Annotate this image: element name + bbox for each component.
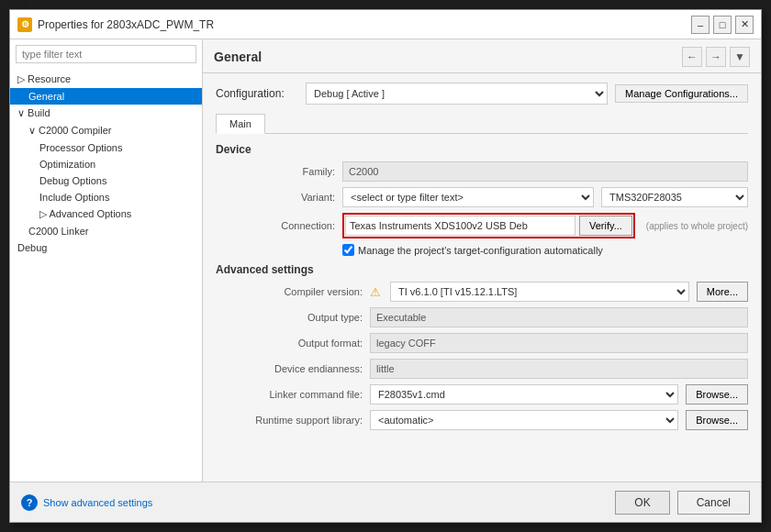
tab-main[interactable]: Main <box>216 114 265 134</box>
compiler-version-row: Compiler version: ⚠ TI v6.1.0 [TI v15.12… <box>216 282 748 302</box>
runtime-lib-row: Runtime support library: <automatic> Bro… <box>216 410 748 430</box>
tree-item-optimization[interactable]: Optimization <box>10 156 202 172</box>
tree-item-resource-label: ▷ Resource <box>17 73 71 85</box>
linker-cmd-label: Linker command file: <box>216 389 363 400</box>
warning-icon: ⚠ <box>370 285 381 299</box>
tree-item-optimization-label: Optimization <box>39 159 95 170</box>
output-format-label: Output format: <box>216 338 363 349</box>
dialog-title: Properties for 2803xADC_PWM_TR <box>38 18 214 31</box>
auto-manage-checkbox[interactable] <box>342 244 354 256</box>
left-panel: ▷ Resource General ∨ Build ∨ C2000 Compi… <box>10 39 203 482</box>
verify-button[interactable]: Verify... <box>579 216 632 236</box>
show-advanced-settings-link[interactable]: ? Show advanced settings <box>21 494 152 511</box>
tree-item-processor-options-label: Processor Options <box>39 142 122 153</box>
filter-input[interactable] <box>16 45 196 63</box>
title-bar: ⚙ Properties for 2803xADC_PWM_TR – □ ✕ <box>10 10 761 39</box>
family-value: C2000 <box>342 161 748 182</box>
tree-item-debug[interactable]: Debug <box>10 239 202 256</box>
output-format-value: legacy COFF <box>370 333 748 353</box>
output-type-value: Executable <box>370 307 748 327</box>
tree-item-build[interactable]: ∨ Build <box>10 105 202 122</box>
connection-input[interactable] <box>345 216 575 236</box>
manage-configurations-button[interactable]: Manage Configurations... <box>615 84 748 103</box>
nav-forward-button[interactable]: → <box>706 47 726 67</box>
linker-cmd-select[interactable]: F28035v1.cmd <box>370 384 678 405</box>
tree-item-build-label: ∨ Build <box>17 107 50 119</box>
device-endianness-label: Device endianness: <box>216 363 363 374</box>
advanced-settings-label: Advanced settings <box>216 263 748 276</box>
family-label: Family: <box>216 166 335 177</box>
right-content: Configuration: Debug [ Active ] Manage C… <box>203 73 761 482</box>
tree: ▷ Resource General ∨ Build ∨ C2000 Compi… <box>10 69 202 482</box>
linker-cmd-row: Linker command file: F28035v1.cmd Browse… <box>216 384 748 405</box>
tree-item-c2000-linker-label: C2000 Linker <box>28 226 88 237</box>
runtime-lib-select[interactable]: <automatic> <box>370 410 678 430</box>
connection-label: Connection: <box>216 220 335 231</box>
bottom-bar: ? Show advanced settings OK Cancel <box>10 482 761 522</box>
title-bar-left: ⚙ Properties for 2803xADC_PWM_TR <box>17 17 214 32</box>
tree-item-debug-options-label: Debug Options <box>39 175 106 186</box>
tree-item-c2000-linker[interactable]: C2000 Linker <box>10 223 202 239</box>
cancel-button[interactable]: Cancel <box>677 491 750 515</box>
output-type-label: Output type: <box>216 312 363 323</box>
variant-label: Variant: <box>216 192 335 203</box>
tree-item-c2000-compiler-label: ∨ C2000 Compiler <box>28 125 112 137</box>
variant-value-select[interactable]: TMS320F28035 <box>601 187 748 207</box>
device-endianness-row: Device endianness: little <box>216 359 748 379</box>
device-endianness-value: little <box>370 359 748 379</box>
auto-manage-row: Manage the project's target-configuratio… <box>342 244 748 256</box>
minimize-button[interactable]: – <box>691 16 710 34</box>
applies-note: (applies to whole project) <box>646 221 748 231</box>
maximize-button[interactable]: □ <box>713 16 732 34</box>
close-button[interactable]: ✕ <box>735 16 754 34</box>
config-select[interactable]: Debug [ Active ] <box>306 83 608 105</box>
runtime-lib-label: Runtime support library: <box>216 415 363 426</box>
help-icon: ? <box>21 494 38 511</box>
tree-item-c2000-compiler[interactable]: ∨ C2000 Compiler <box>10 122 202 139</box>
tree-item-advanced-options-label: ▷ Advanced Options <box>39 208 131 220</box>
title-buttons: – □ ✕ <box>691 16 754 34</box>
tree-item-general[interactable]: General <box>10 88 202 105</box>
dialog-body: ▷ Resource General ∨ Build ∨ C2000 Compi… <box>10 39 761 482</box>
compiler-version-label: Compiler version: <box>216 286 363 297</box>
ok-button[interactable]: OK <box>615 491 669 515</box>
config-label: Configuration: <box>216 87 298 100</box>
browse-linker-button[interactable]: Browse... <box>686 384 748 405</box>
right-title: General <box>214 50 262 64</box>
connection-row: Connection: Verify... (applies to whole … <box>216 213 748 238</box>
auto-manage-label: Manage the project's target-configuratio… <box>358 245 603 256</box>
output-type-row: Output type: Executable <box>216 307 748 327</box>
output-format-row: Output format: legacy COFF <box>216 333 748 353</box>
variant-select[interactable]: <select or type filter text> <box>342 187 594 207</box>
variant-row: Variant: <select or type filter text> TM… <box>216 187 748 207</box>
browse-runtime-button[interactable]: Browse... <box>686 410 748 430</box>
right-header: General ← → ▼ <box>203 39 761 73</box>
device-section-label: Device <box>216 143 748 156</box>
bottom-buttons: OK Cancel <box>615 491 750 515</box>
config-row: Configuration: Debug [ Active ] Manage C… <box>216 83 748 105</box>
tree-item-general-label: General <box>28 91 64 102</box>
tree-item-processor-options[interactable]: Processor Options <box>10 139 202 156</box>
family-row: Family: C2000 <box>216 161 748 182</box>
tree-item-include-options-label: Include Options <box>39 192 109 203</box>
tree-item-debug-label: Debug <box>17 242 47 253</box>
more-button[interactable]: More... <box>697 282 748 302</box>
right-panel: General ← → ▼ Configuration: Debug [ Act… <box>203 39 761 482</box>
nav-back-button[interactable]: ← <box>682 47 702 67</box>
advanced-settings-section: Advanced settings Compiler version: ⚠ TI… <box>216 263 748 430</box>
tab-bar: Main <box>216 114 748 134</box>
tree-item-debug-options[interactable]: Debug Options <box>10 172 202 189</box>
tree-item-resource[interactable]: ▷ Resource <box>10 71 202 88</box>
compiler-version-select[interactable]: TI v6.1.0 [TI v15.12.1.LTS] <box>390 282 689 302</box>
dialog-icon: ⚙ <box>17 17 32 32</box>
tree-item-advanced-options[interactable]: ▷ Advanced Options <box>10 205 202 223</box>
nav-icons: ← → ▼ <box>682 47 750 67</box>
dialog: ⚙ Properties for 2803xADC_PWM_TR – □ ✕ ▷… <box>9 9 762 523</box>
nav-dropdown-button[interactable]: ▼ <box>730 47 750 67</box>
connection-inner: Verify... <box>342 213 635 238</box>
show-advanced-label: Show advanced settings <box>43 497 152 508</box>
tree-item-include-options[interactable]: Include Options <box>10 189 202 205</box>
